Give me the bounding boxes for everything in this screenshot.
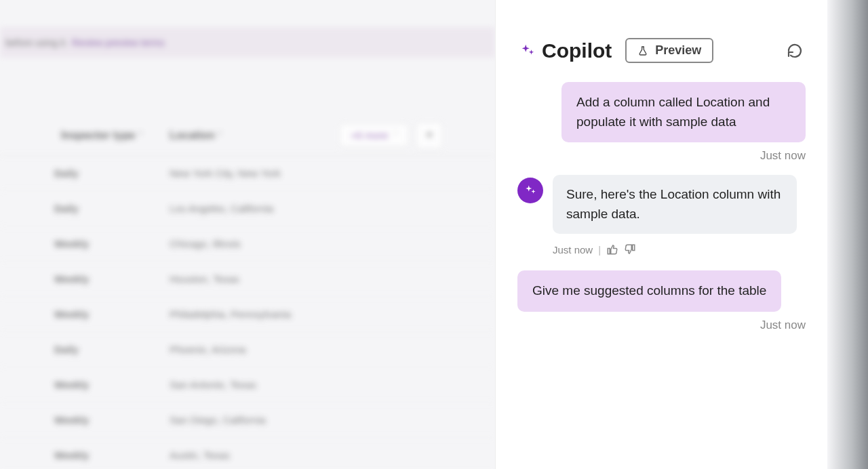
- message-feedback-row: Just now |: [553, 243, 806, 256]
- review-terms-link[interactable]: Review preview terms: [72, 37, 165, 48]
- message-timestamp: Just now: [760, 319, 806, 332]
- copilot-header: Copilot Preview: [496, 0, 827, 75]
- plus-icon: +: [426, 127, 434, 143]
- photo-edge-shadow: [827, 0, 868, 469]
- grid-body: DailyNew York City, New YorkDailyLos Ang…: [0, 156, 495, 469]
- cell-inspector-type: Weekly: [0, 308, 156, 320]
- more-columns-button[interactable]: +6 more ˅: [339, 123, 409, 147]
- cell-location: New York City, New York: [156, 167, 380, 179]
- user-message: Add a column called Location and populat…: [561, 82, 806, 142]
- message-text: Sure, here's the Location column with sa…: [566, 187, 781, 221]
- copilot-title-text: Copilot: [542, 39, 612, 62]
- copilot-panel: Copilot Preview Add a column called Loca…: [495, 0, 827, 469]
- column-header-label: Location: [170, 129, 215, 141]
- table-row[interactable]: WeeklyHouston, Texas: [0, 262, 495, 297]
- assistant-message: Sure, here's the Location column with sa…: [553, 175, 797, 234]
- sparkle-icon: [520, 43, 535, 58]
- more-columns-label: +6 more: [351, 129, 388, 141]
- cell-inspector-type: Daily: [0, 344, 156, 355]
- cell-location: Los Angeles, California: [156, 203, 380, 214]
- grid-header: Inspector type ˅ Location ˅ +6 more ˅ +: [0, 115, 495, 156]
- cell-location: Philadelphia, Pennsylvania: [156, 308, 380, 320]
- column-header-location[interactable]: Location ˅: [156, 129, 326, 142]
- chevron-down-icon: ˅: [218, 131, 222, 141]
- cell-location: San Diego, California: [156, 414, 380, 426]
- cell-inspector-type: Weekly: [0, 414, 156, 426]
- user-message: Give me suggested columns for the table: [517, 270, 781, 312]
- banner-prefix: before using it.: [5, 37, 68, 48]
- cell-inspector-type: Weekly: [0, 273, 156, 285]
- table-row[interactable]: WeeklySan Antonio, Texas: [0, 367, 495, 403]
- table-row[interactable]: WeeklySan Diego, California: [0, 403, 495, 438]
- cell-location: Houston, Texas: [156, 273, 380, 285]
- chevron-down-icon: ˅: [138, 131, 142, 141]
- thumbs-down-button[interactable]: [624, 243, 636, 256]
- cell-location: Chicago, Illinois: [156, 238, 380, 249]
- separator: |: [598, 244, 601, 256]
- column-header-label: Inspector type: [61, 129, 135, 141]
- cell-inspector-type: Weekly: [0, 449, 156, 461]
- cell-location: Phoenix, Arizona: [156, 344, 380, 355]
- data-grid-area: before using it. Review preview terms In…: [0, 0, 495, 469]
- table-row[interactable]: DailyPhoenix, Arizona: [0, 332, 495, 367]
- cell-inspector-type: Daily: [0, 203, 156, 214]
- cell-location: San Antonio, Texas: [156, 379, 380, 390]
- table-row[interactable]: WeeklyAustin, Texas: [0, 438, 495, 469]
- cell-inspector-type: Weekly: [0, 379, 156, 390]
- table-row[interactable]: DailyNew York City, New York: [0, 156, 495, 191]
- thumbs-up-button[interactable]: [606, 243, 618, 256]
- message-text: Add a column called Location and populat…: [576, 95, 770, 129]
- preview-badge: Preview: [625, 38, 713, 63]
- copilot-title: Copilot: [520, 39, 612, 62]
- column-header-extras: +6 more ˅ +: [339, 122, 443, 149]
- add-column-button[interactable]: +: [416, 122, 443, 149]
- message-text: Give me suggested columns for the table: [532, 283, 766, 298]
- assistant-message-row: Sure, here's the Location column with sa…: [517, 175, 806, 234]
- table-row[interactable]: WeeklyPhiladelphia, Pennsylvania: [0, 297, 495, 332]
- preview-label: Preview: [655, 43, 701, 58]
- cell-inspector-type: Daily: [0, 167, 156, 179]
- preview-terms-banner: before using it. Review preview terms: [0, 27, 495, 58]
- message-timestamp: Just now: [760, 149, 806, 163]
- chevron-down-icon: ˅: [393, 131, 397, 140]
- flask-icon: [637, 45, 648, 57]
- column-header-inspector[interactable]: Inspector type ˅: [0, 129, 156, 142]
- refresh-button[interactable]: [787, 43, 803, 59]
- chat-body: Add a column called Location and populat…: [496, 75, 827, 346]
- table-row[interactable]: WeeklyChicago, Illinois: [0, 226, 495, 262]
- table-row[interactable]: DailyLos Angeles, California: [0, 191, 495, 226]
- message-timestamp: Just now: [553, 244, 593, 256]
- data-grid: Inspector type ˅ Location ˅ +6 more ˅ + …: [0, 115, 495, 469]
- copilot-avatar: [517, 178, 543, 203]
- cell-location: Austin, Texas: [156, 449, 380, 461]
- cell-inspector-type: Weekly: [0, 238, 156, 249]
